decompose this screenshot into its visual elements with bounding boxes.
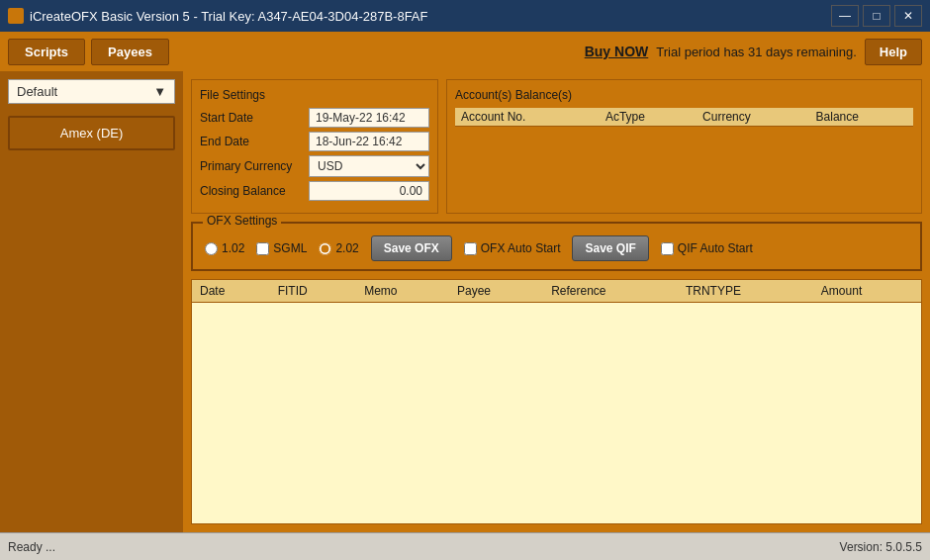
- primary-currency-row: Primary Currency USD EUR GBP: [200, 155, 429, 177]
- closing-balance-row: Closing Balance 0.00: [200, 181, 429, 201]
- accounts-col-currency: Currency: [697, 108, 809, 127]
- version-text: Version: 5.0.5.5: [840, 540, 922, 554]
- profile-button[interactable]: Amex (DE): [8, 116, 175, 150]
- main-layout: Default ▼ Amex (DE) File Settings Start …: [0, 71, 930, 532]
- save-qif-button[interactable]: Save QIF: [572, 235, 648, 261]
- app-icon: [8, 8, 24, 24]
- content-area: File Settings Start Date 19-May-22 16:42…: [183, 71, 930, 532]
- primary-currency-select[interactable]: USD EUR GBP: [309, 155, 429, 177]
- transactions-table: Date FITID Memo Payee Reference TRNTYPE …: [192, 280, 921, 303]
- checkbox-sgml[interactable]: SGML: [256, 241, 307, 255]
- start-date-label: Start Date: [200, 111, 309, 125]
- radio-group-202[interactable]: 2.02: [319, 241, 358, 255]
- ofx-settings-legend: OFX Settings: [203, 214, 281, 228]
- title-bar: iCreateOFX Basic Version 5 - Trial Key: …: [0, 0, 930, 32]
- accounts-panel: Account(s) Balance(s) Account No. AcType…: [446, 79, 922, 214]
- title-bar-text: iCreateOFX Basic Version 5 - Trial Key: …: [30, 9, 427, 24]
- scripts-button[interactable]: Scripts: [8, 39, 85, 65]
- col-reference: Reference: [543, 280, 678, 303]
- end-date-value: 18-Jun-22 16:42: [309, 132, 429, 151]
- sgml-label[interactable]: SGML: [273, 241, 307, 255]
- end-date-row: End Date 18-Jun-22 16:42: [200, 132, 429, 151]
- radio-102[interactable]: [205, 242, 218, 255]
- qif-auto-start-checkbox[interactable]: [661, 242, 674, 255]
- col-trntype: TRNTYPE: [678, 280, 813, 303]
- file-settings-panel: File Settings Start Date 19-May-22 16:42…: [191, 79, 438, 214]
- start-date-value: 19-May-22 16:42: [309, 108, 429, 128]
- close-button[interactable]: ✕: [894, 5, 922, 27]
- closing-balance-label: Closing Balance: [200, 184, 309, 198]
- col-fitid: FITID: [270, 280, 356, 303]
- accounts-col-balance: Balance: [810, 108, 913, 127]
- col-memo: Memo: [356, 280, 449, 303]
- title-bar-controls[interactable]: — □ ✕: [831, 5, 922, 27]
- qif-auto-start-label[interactable]: QIF Auto Start: [678, 241, 753, 255]
- ofx-auto-start-label[interactable]: OFX Auto Start: [481, 241, 561, 255]
- accounts-col-actype: AcType: [600, 108, 697, 127]
- transactions-panel: Date FITID Memo Payee Reference TRNTYPE …: [191, 279, 922, 524]
- accounts-title: Account(s) Balance(s): [455, 88, 913, 102]
- ofx-settings-inner: 1.02 SGML 2.02 Save OFX OFX Auto Start S…: [205, 235, 908, 261]
- help-button[interactable]: Help: [865, 39, 922, 65]
- status-bar: Ready ... Version: 5.0.5.5: [0, 532, 930, 560]
- sidebar-dropdown[interactable]: Default ▼: [8, 79, 175, 104]
- minimize-button[interactable]: —: [831, 5, 859, 27]
- closing-balance-value: 0.00: [309, 181, 429, 201]
- save-ofx-button[interactable]: Save OFX: [371, 235, 452, 261]
- maximize-button[interactable]: □: [863, 5, 890, 27]
- menu-bar: Scripts Payees Buy NOW Trial period has …: [0, 32, 930, 71]
- radio-202[interactable]: [319, 242, 331, 255]
- dropdown-arrow-icon: ▼: [153, 84, 166, 99]
- ofx-auto-start-checkbox[interactable]: [464, 242, 477, 255]
- primary-currency-wrap[interactable]: USD EUR GBP: [309, 155, 429, 177]
- col-payee: Payee: [449, 280, 543, 303]
- col-date: Date: [192, 280, 270, 303]
- status-text: Ready ...: [8, 540, 55, 554]
- sgml-checkbox[interactable]: [256, 242, 269, 255]
- sidebar-dropdown-value: Default: [17, 84, 57, 99]
- checkbox-ofx-auto-start[interactable]: OFX Auto Start: [464, 241, 561, 255]
- accounts-col-account-no: Account No.: [455, 108, 600, 127]
- top-panels: File Settings Start Date 19-May-22 16:42…: [191, 79, 922, 214]
- file-settings-title: File Settings: [200, 88, 429, 102]
- buy-now-area: Buy NOW Trial period has 31 days remaini…: [585, 39, 922, 65]
- start-date-row: Start Date 19-May-22 16:42: [200, 108, 429, 128]
- buy-now-link[interactable]: Buy NOW: [585, 44, 649, 59]
- ofx-settings-panel: OFX Settings 1.02 SGML 2.02 Save OFX O: [191, 222, 922, 271]
- sidebar: Default ▼ Amex (DE): [0, 71, 183, 532]
- trial-text: Trial period has 31 days remaining.: [656, 45, 857, 59]
- title-bar-left: iCreateOFX Basic Version 5 - Trial Key: …: [8, 8, 427, 24]
- checkbox-qif-auto-start[interactable]: QIF Auto Start: [661, 241, 753, 255]
- accounts-table: Account No. AcType Currency Balance: [455, 108, 913, 127]
- radio-group-102[interactable]: 1.02: [205, 241, 244, 255]
- end-date-label: End Date: [200, 135, 309, 148]
- radio-102-label[interactable]: 1.02: [222, 241, 244, 255]
- radio-202-label[interactable]: 2.02: [335, 241, 358, 255]
- primary-currency-label: Primary Currency: [200, 159, 309, 173]
- col-amount: Amount: [813, 280, 921, 303]
- payees-button[interactable]: Payees: [91, 39, 169, 65]
